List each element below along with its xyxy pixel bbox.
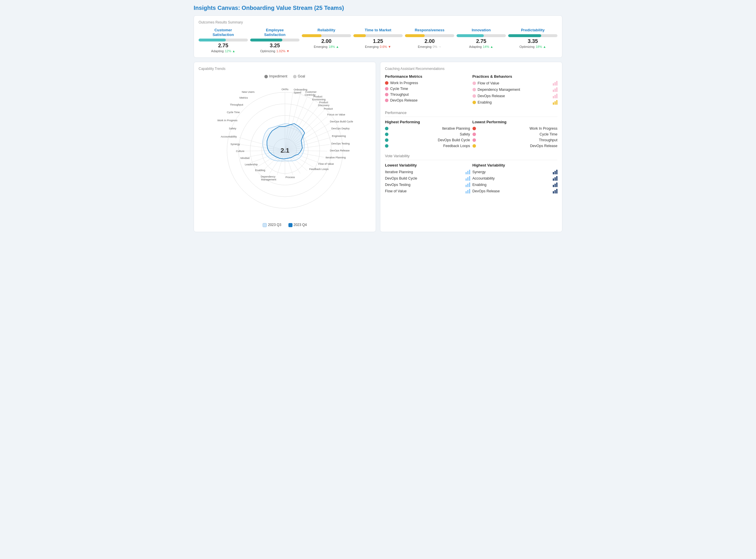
svg-text:Throughput: Throughput [230,103,243,106]
page-container: Insights Canvas: Onboarding Value Stream… [189,0,567,237]
high-var-title: Highest Variability [473,163,558,167]
lp-row-2: Cycle Time [473,132,558,136]
outcome-level-customer-satisfaction: Adapting [211,49,223,53]
outcome-value-employee-satisfaction: 3.25 [250,43,300,49]
svg-text:New Users: New Users [241,90,255,93]
hv-row-3: Enabling [473,182,558,187]
lowest-title: Lowest Performing [473,120,558,124]
progress-fill-time-to-market [353,34,366,37]
outcome-meta-reliability: Emerging 18% ▲ [302,45,351,48]
outcome-change-predictability: 18% ▲ [536,45,546,48]
highest-variability-col: Highest Variability Synergy Accountabili… [473,163,558,195]
pm-row-2: Cycle Time [385,87,470,91]
legend-impediment: Impediment [269,74,287,78]
progress-fill-reliability [302,34,322,37]
outcome-meta-customer-satisfaction: Adapting 12% ▲ [198,49,248,53]
svg-text:Product: Product [324,107,333,110]
bar-hv3 [553,182,558,187]
bar-lv2 [466,176,470,181]
outcome-reliability: Reliability 2.00 Emerging 18% ▲ [302,28,351,53]
hv-row-2: Accountability [473,176,558,181]
coaching-section-label: Coaching Assistant Recommendations [385,67,558,71]
dot-hp1 [385,127,388,130]
svg-text:Culture: Culture [236,150,244,153]
outcome-change-customer-satisfaction: 12% ▲ [225,49,235,53]
vote-variability-section: Vote Variability Lowest Variability Iter… [385,154,558,195]
svg-text:Engineering: Engineering [332,135,346,137]
dot-tp [385,93,388,96]
svg-text:Mindset: Mindset [240,157,250,160]
outcome-meta-predictability: Optimizing 18% ▲ [508,45,558,48]
outcome-meta-innovation: Adapting 14% ▲ [456,45,506,48]
outcome-title-time-to-market: Time to Market [353,28,403,32]
bar-lv1 [466,170,470,174]
pb-row-3: DevOps Release [473,94,558,98]
title-main: Onboarding Value Stream (25 Teams) [242,5,344,11]
main-row: Capability Trends Impediment Goal [194,62,562,232]
dot-lp2 [473,133,476,136]
outcome-meta-responsiveness: Emerging 0% → [405,45,454,48]
svg-text:Leadership: Leadership [245,163,258,166]
hv-row-1: Synergy [473,170,558,174]
lp-row-4: DevOps Release [473,144,558,148]
outcome-value-customer-satisfaction: 2.75 [198,43,248,49]
svg-text:DevOps Release: DevOps Release [330,149,350,152]
bar-hv2 [553,176,558,181]
progress-fill-innovation [456,34,484,37]
outcome-title-reliability: Reliability [302,28,351,32]
radar-center-value: 2.1 [280,147,289,154]
coaching-top-cols: Performance Metrics Work In Progress Cyc… [385,74,558,107]
perf-metrics-title: Performance Metrics [385,74,470,79]
variability-section-title: Vote Variability [385,154,558,160]
bar-dm [553,87,558,92]
lv-row-3: DevOps Testing [385,182,470,187]
outcome-employee-satisfaction: EmployeeSatisfaction 3.25 Optimizing 1.0… [250,28,300,53]
svg-text:Product: Product [313,95,323,98]
dot-lp1 [473,127,476,130]
outcome-change-innovation: 14% ▲ [483,45,493,48]
practices-behaviors-col: Practices & Behaviors Flow of Value Depe… [473,74,558,107]
outcomes-grid: CustomerSatisfaction 2.75 Adapting 12% ▲… [198,28,558,53]
progress-fill-responsiveness [405,34,425,37]
radar-legend: Impediment Goal [264,74,305,78]
coaching-top-section: Performance Metrics Work In Progress Cyc… [385,74,558,107]
radar-svg: 2.1 OKRs Onboarding Speed Customer Centr… [215,81,355,220]
lp-row-1: Work In Progress [473,127,558,131]
svg-text:Flow of Value: Flow of Value [318,162,334,165]
progress-bar-employee-satisfaction [250,39,300,42]
outcome-responsiveness: Responsiveness 2.00 Emerging 0% → [405,28,454,53]
progress-bar-time-to-market [353,34,403,37]
pm-row-4: DevOps Release [385,98,470,103]
outcome-change-responsiveness: 0% → [433,45,442,48]
outcome-title-customer-satisfaction: CustomerSatisfaction [198,28,248,37]
performance-metrics-col: Performance Metrics Work In Progress Cyc… [385,74,470,107]
lowest-performing-col: Lowest Performing Work In Progress Cycle… [473,120,558,150]
outcome-title-employee-satisfaction: EmployeeSatisfaction [250,28,300,37]
hp-row-3: DevOps Build Cycle [385,138,470,142]
dot-dr2 [473,94,476,98]
hv-row-4: DevOps Release [473,189,558,194]
svg-text:Safety: Safety [229,127,236,130]
bar-en [553,100,558,105]
progress-bar-innovation [456,34,506,37]
progress-bar-responsiveness [405,34,454,37]
outcome-meta-employee-satisfaction: Optimizing 1.02% ▼ [250,49,300,53]
hp-row-4: Feedback Loops [385,144,470,148]
outcome-value-reliability: 2.00 [302,38,351,44]
outcome-value-innovation: 2.75 [456,38,506,44]
dot-en [473,100,476,104]
bar-lv4 [466,189,470,194]
highest-title: Highest Performing [385,120,470,124]
legend-goal: Goal [298,74,305,78]
outcome-value-predictability: 3.35 [508,38,558,44]
svg-text:Cycle Time: Cycle Time [227,111,240,114]
svg-text:DevOps Deploy: DevOps Deploy [331,127,350,130]
bar-lv3 [466,182,470,187]
practices-title: Practices & Behaviors [473,74,558,79]
hp-row-1: Iterative Planning [385,127,470,131]
outcome-change-employee-satisfaction: 1.02% ▼ [276,49,289,53]
coaching-assistant-card: Coaching Assistant Recommendations Perfo… [380,62,562,232]
svg-text:Customer: Customer [305,90,316,93]
perf-cols: Highest Performing Iterative Planning Sa… [385,120,558,150]
outcome-meta-time-to-market: Emerging 0.6% ▼ [353,45,403,48]
